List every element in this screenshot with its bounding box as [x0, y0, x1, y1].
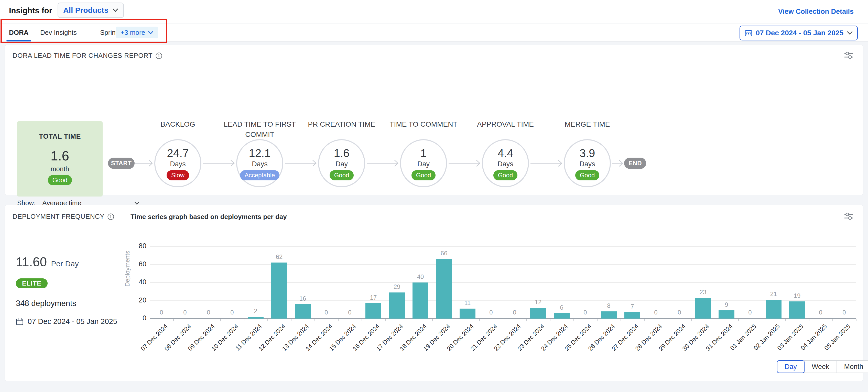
view-collection-details-link[interactable]: View Collection Details: [778, 8, 854, 16]
stage-node-merge-time: 3.9DaysGood: [564, 139, 611, 187]
bar-value-label: 66: [432, 250, 456, 257]
y-axis-tick: 20: [130, 296, 146, 304]
deployment-date-range: 07 Dec 2024 - 05 Jan 2025: [16, 317, 117, 326]
bar-value-label: 0: [809, 309, 832, 316]
calendar-icon: [745, 29, 752, 37]
x-axis-tick: [597, 319, 597, 321]
bar-value-label: 40: [409, 273, 432, 280]
bar-value-label: 23: [691, 289, 715, 296]
tabs-more-label: +3 more: [121, 29, 145, 37]
stage-unit: Days: [170, 160, 186, 168]
deployment-frequency-card: DEPLOYMENT FREQUENCY: [5, 205, 863, 381]
bar-value-label: 0: [832, 309, 856, 316]
stage-label: LEAD TIME TO FIRST COMMIT: [218, 119, 302, 140]
bar-value-label: 2: [244, 307, 268, 315]
stage-status-badge: Good: [575, 170, 599, 180]
x-axis-tick: [338, 319, 339, 321]
y-axis-tick: 40: [130, 278, 146, 286]
total-time-unit: month: [51, 165, 69, 173]
bar-value-label: 0: [644, 309, 668, 316]
stage-value: 12.1: [249, 147, 271, 160]
x-axis-tick: [738, 319, 739, 321]
bar-11-dec-2024: [248, 317, 264, 319]
bar-value-label: 11: [456, 299, 479, 306]
chevron-down-icon: [134, 201, 140, 205]
bar-value-label: 0: [150, 309, 173, 316]
bar-value-label: 17: [362, 294, 385, 301]
bar-value-label: 29: [385, 283, 409, 291]
bar-value-label: 62: [268, 253, 291, 261]
stage-value: 3.9: [579, 147, 595, 160]
page-title: Insights for: [9, 6, 52, 16]
x-axis-tick: [550, 319, 551, 321]
total-time-status-badge: Good: [48, 175, 72, 185]
stage-status-badge: Good: [411, 170, 436, 180]
bar-12-dec-2024: [271, 263, 287, 319]
flow-arrow: [285, 159, 316, 168]
granularity-month-button[interactable]: Month: [837, 360, 868, 373]
y-axis-tick: 80: [130, 242, 146, 250]
bar-value-label: 16: [291, 295, 314, 302]
gridline: [150, 300, 856, 301]
x-axis-tick: [150, 319, 150, 321]
tabs-more-button[interactable]: +3 more: [116, 27, 158, 38]
bar-value-label: 0: [668, 309, 691, 316]
bar-19-dec-2024: [436, 259, 452, 319]
stage-unit: Day: [336, 160, 348, 168]
bar-30-dec-2024: [695, 298, 711, 319]
date-range-picker[interactable]: 07 Dec 2024 - 05 Jan 2025: [740, 26, 858, 40]
x-axis-tick: [691, 319, 692, 321]
x-axis-tick: [785, 319, 786, 321]
deployment-rate-value: 11.60: [16, 254, 47, 269]
bar-value-label: 8: [597, 302, 621, 309]
lead-time-card-title: DORA LEAD TIME FOR CHANGES REPORT: [12, 52, 162, 60]
chart-title: Time series graph based on deployments p…: [130, 213, 287, 221]
lead-time-title-text: DORA LEAD TIME FOR CHANGES REPORT: [12, 52, 153, 60]
dashboard-page: Insights for All Products View Collectio…: [0, 0, 868, 392]
granularity-week-button[interactable]: Week: [804, 360, 837, 373]
bar-value-label: 9: [715, 301, 738, 308]
bar-value-label: 0: [314, 309, 338, 316]
bar-16-dec-2024: [365, 303, 381, 319]
tab-dora[interactable]: DORA: [9, 24, 29, 41]
header: Insights for All Products View Collectio…: [0, 0, 868, 24]
chart-settings-icon[interactable]: [844, 51, 854, 60]
x-axis-tick: [268, 319, 268, 321]
bar-value-label: 0: [197, 309, 220, 316]
x-axis-tick: [526, 319, 527, 321]
bar-value-label: 12: [526, 299, 550, 306]
bar-value-label: 0: [220, 309, 244, 316]
x-axis-tick: [574, 319, 574, 321]
bar-value-label: 0: [503, 309, 526, 316]
stage-node-time-to-comment: 1DayGood: [400, 139, 447, 187]
x-axis-tick: [314, 319, 315, 321]
bar-02-jan-2025: [766, 300, 781, 319]
stage-status-badge: Good: [330, 170, 354, 180]
bar-03-jan-2025: [789, 301, 805, 319]
chart-settings-icon[interactable]: [844, 212, 854, 221]
flow-arrow: [612, 159, 623, 168]
gridline: [150, 282, 856, 283]
x-axis-tick: [668, 319, 668, 321]
granularity-toggle: DayWeekMonth: [777, 360, 868, 373]
total-deployments: 348 deployments: [16, 299, 76, 308]
info-icon[interactable]: [156, 53, 162, 59]
bar-value-label: 0: [173, 309, 197, 316]
stage-unit: Days: [252, 160, 268, 168]
product-selector[interactable]: All Products: [58, 3, 124, 18]
gridline: [150, 246, 856, 247]
x-axis-tick: [291, 319, 291, 321]
x-axis-tick: [762, 319, 762, 321]
info-icon[interactable]: [107, 213, 114, 220]
x-axis-tick: [715, 319, 715, 321]
stage-status-badge: Acceptable: [240, 170, 280, 180]
granularity-day-button[interactable]: Day: [777, 360, 805, 373]
bar-27-dec-2024: [624, 312, 640, 319]
stage-value: 1: [421, 147, 427, 160]
bar-value-label: 19: [785, 292, 809, 299]
flow-arrow: [135, 159, 153, 168]
date-range-value: 07 Dec 2024 - 05 Jan 2025: [756, 29, 843, 37]
tab-dev-insights[interactable]: Dev Insights: [40, 24, 77, 41]
total-time-card: TOTAL TIME 1.6 month Good: [17, 121, 103, 197]
bar-20-dec-2024: [460, 309, 475, 319]
